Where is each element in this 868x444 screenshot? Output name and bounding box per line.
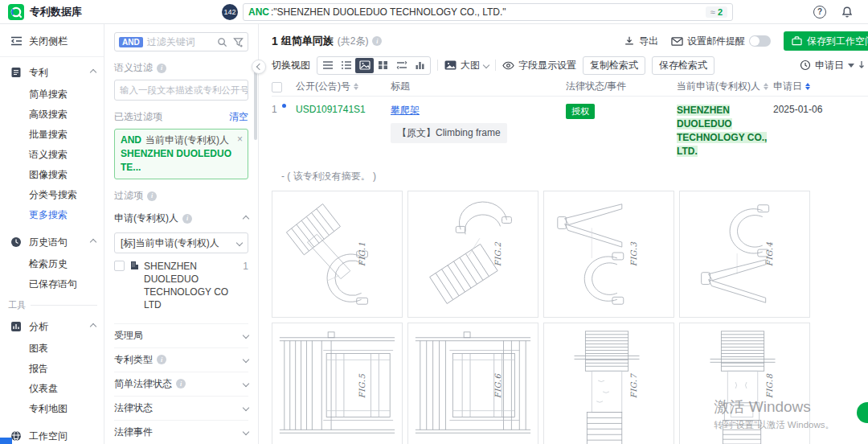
view-switcher (317, 56, 431, 75)
filter-section-legal-events[interactable]: 法律事件 (114, 420, 248, 437)
save-to-workspace-button[interactable]: 保存到工作空间 (784, 31, 868, 51)
left-sidebar: 关闭侧栏 专利 简单搜索 高级搜索 批量搜索 语义搜索 图像搜索 分类号搜索 更… (0, 24, 104, 444)
sidebar-group-history[interactable]: 历史语句 (0, 230, 104, 254)
sidebar-item-classification-search[interactable]: 分类号搜索 (0, 185, 104, 205)
result-group-label: 组简单同族 (281, 34, 334, 48)
figure-thumbnail[interactable]: FIG.1 (272, 191, 403, 318)
info-icon[interactable]: i (157, 355, 166, 364)
email-alert-toggle[interactable] (749, 35, 771, 47)
search-history-badge[interactable]: 142 (222, 4, 238, 20)
filter-panel-scrollbar[interactable] (254, 66, 257, 140)
result-row[interactable]: 1 USD1091741S1 攀爬架 【原文】Climbing frame 授权… (272, 97, 868, 158)
unread-dot-icon (282, 104, 286, 108)
sidebar-item-semantic-search[interactable]: 语义搜索 (0, 145, 104, 165)
field-display-settings-button[interactable]: 字段显示设置 (502, 59, 576, 72)
chevron-down-icon (243, 356, 249, 363)
figure-thumbnail[interactable]: FIG.5 (272, 323, 403, 444)
figure-label: FIG.8 (765, 374, 774, 399)
sort-icon[interactable] (354, 83, 358, 90)
sidebar-item-search-history[interactable]: 检索历史 (0, 254, 104, 274)
collapse-sidebar-icon (10, 35, 23, 47)
results-area: 1 组简单同族 (共2条) i 导出 设置邮件提醒 (259, 24, 868, 444)
sidebar-item-saved-queries[interactable]: 已保存语句 (0, 274, 104, 294)
image-size-dropdown[interactable]: 大图 (444, 59, 489, 72)
history-clock-icon (10, 236, 23, 249)
collapse-filter-panel-button[interactable] (252, 60, 266, 74)
sidebar-item-advanced-search[interactable]: 高级搜索 (0, 105, 104, 125)
and-operator-tag[interactable]: AND (119, 37, 143, 47)
search-icon[interactable] (217, 37, 227, 47)
app-logo-icon[interactable] (8, 4, 24, 20)
compact-view-icon[interactable] (392, 58, 411, 73)
info-icon[interactable]: i (176, 379, 186, 388)
copy-query-button[interactable]: 复制检索式 (583, 56, 645, 75)
sort-by-dropdown[interactable]: 申请日 (800, 59, 868, 72)
sidebar-item-workspace[interactable]: 工作空间 (0, 424, 104, 444)
figure-thumbnail[interactable]: FIG.6 (407, 323, 538, 444)
search-input[interactable]: ANC :"SHENZHEN DUOLEDUO TECHNOLOGY CO., … (243, 3, 733, 21)
notification-bell-icon[interactable] (841, 6, 854, 18)
filter-items-label: 过滤项i (114, 189, 248, 203)
chevron-up-icon (90, 69, 96, 76)
export-button[interactable]: 导出 (624, 35, 658, 48)
info-icon[interactable]: i (372, 36, 382, 46)
filter-section-legal-status[interactable]: 法律状态 (114, 396, 248, 413)
app-title: 专利数据库 (30, 5, 82, 19)
sidebar-item-charts[interactable]: 图表 (0, 339, 104, 359)
detail-view-icon[interactable] (337, 58, 355, 73)
sidebar-item-dashboard[interactable]: 仪表盘 (0, 379, 104, 399)
save-query-button[interactable]: 保存检索式 (652, 56, 714, 75)
sidebar-item-simple-search[interactable]: 简单搜索 (0, 84, 104, 105)
figure-thumbnail[interactable]: FIG.3 (543, 191, 674, 318)
applicant-checkbox[interactable] (114, 261, 125, 271)
figure-thumbnail[interactable]: FIG.2 (407, 191, 538, 318)
filter-section-simple-legal-status[interactable]: 简单法律状态i (114, 372, 248, 388)
patent-title-link[interactable]: 攀爬架 (391, 105, 420, 116)
switch-view-label: 切换视图 (272, 59, 310, 72)
info-icon[interactable]: i (157, 64, 166, 73)
filter-funnel-icon[interactable] (233, 37, 244, 47)
clipped-corner-element (0, 438, 12, 444)
sidebar-item-more-search[interactable]: 更多搜索 (0, 205, 104, 225)
remove-filter-icon[interactable]: × (237, 133, 243, 146)
info-icon[interactable]: i (182, 214, 192, 224)
legal-status-badge: 授权 (566, 104, 595, 119)
sort-icon[interactable] (764, 83, 768, 90)
figure-thumbnail[interactable]: FIG.7 (543, 323, 674, 444)
email-alert-button[interactable]: 设置邮件提醒 (671, 35, 771, 48)
info-icon[interactable]: i (147, 191, 157, 201)
figure-label: FIG.4 (765, 242, 774, 267)
collapse-sidebar-button[interactable]: 关闭侧栏 (0, 29, 104, 53)
grid-view-icon[interactable] (374, 58, 392, 73)
publication-number-link[interactable]: USD1091741S1 (296, 104, 366, 115)
sidebar-group-analysis[interactable]: 分析 (0, 314, 104, 339)
clipped-toolbar-icon[interactable] (858, 60, 866, 71)
sidebar-group-patent[interactable]: 专利 (0, 60, 104, 84)
chevron-up-icon (243, 215, 249, 221)
selected-filter-chip[interactable]: AND当前申请(专利权)人 × SHENZHEN DUOLEDUO TE... (114, 129, 248, 179)
select-all-checkbox[interactable] (272, 82, 282, 92)
applicant-option-row[interactable]: SHENZHEN DUOLEDUO TECHNOLOGY CO LTD 1 (114, 258, 248, 316)
figure-thumbnail[interactable]: FIG.4 (679, 191, 810, 318)
list-view-icon[interactable] (318, 58, 337, 73)
sidebar-item-reports[interactable]: 报告 (0, 359, 104, 379)
sidebar-item-patent-map[interactable]: 专利地图 (0, 399, 104, 419)
applicant-type-dropdown[interactable]: [标]当前申请(专利权)人 (114, 232, 248, 253)
figure-thumbnail[interactable]: FIG.8 (679, 323, 810, 444)
filter-section-authority[interactable]: 受理局 (114, 323, 248, 340)
search-query-text: :"SHENZHEN DUOLEDUO TECHNOLOGY CO., LTD.… (271, 6, 704, 18)
image-view-icon-selected[interactable] (355, 58, 374, 73)
filter-section-applicant[interactable]: 申请(专利权)人i (114, 210, 248, 227)
filter-keyword-input[interactable]: AND 过滤关键词 (114, 32, 248, 51)
filter-section-patent-type[interactable]: 专利类型i (114, 347, 248, 364)
sidebar-item-batch-search[interactable]: 批量搜索 (0, 125, 104, 145)
col-pub-number[interactable]: 公开(公告)号 (296, 80, 350, 93)
clear-filters-link[interactable]: 清空 (229, 110, 248, 124)
sidebar-item-image-search[interactable]: 图像搜索 (0, 165, 104, 185)
help-icon[interactable]: ? (813, 6, 826, 18)
col-apply-date[interactable]: 申请日 (773, 80, 802, 93)
col-current-applicant[interactable]: 当前申请(专利权)人 (677, 80, 760, 93)
semantic-filter-input[interactable]: 输入一段文本描述或专利公开号 (114, 80, 248, 101)
sort-icon-active[interactable] (805, 83, 810, 90)
chart-view-icon[interactable] (411, 58, 429, 73)
